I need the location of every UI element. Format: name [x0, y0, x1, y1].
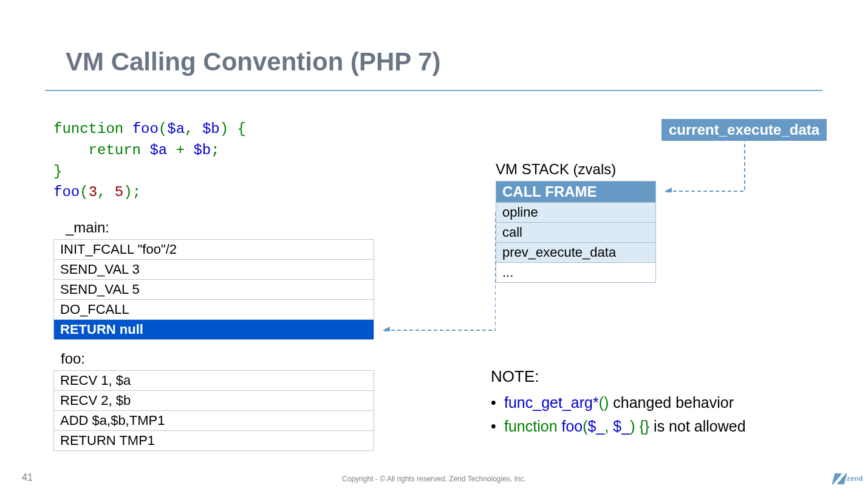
bullet-icon: • — [491, 415, 504, 438]
title-divider — [45, 90, 822, 91]
code-comma: , — [97, 184, 115, 200]
code-kw: function — [53, 121, 132, 137]
opcodes-foo-table: RECV 1, $a RECV 2, $b ADD $a,$b,TMP1 RET… — [53, 370, 374, 451]
note-code: foo — [562, 418, 583, 435]
vm-stack-label: VM STACK (zvals) — [496, 161, 616, 178]
opcode-row: RECV 1, $a — [54, 371, 374, 391]
note-code: $_ — [613, 418, 630, 435]
vm-stack-table: CALL FRAME opline call prev_execute_data… — [496, 181, 656, 283]
svg-marker-1 — [665, 188, 672, 192]
connector-arrow-right — [656, 138, 753, 192]
code-paren: ( — [80, 184, 88, 200]
php-code-block: function foo($a, $b) { return $a + $b; }… — [53, 119, 246, 203]
opcode-row-highlighted: RETURN null — [54, 320, 374, 339]
note-code: , — [604, 418, 613, 435]
footer-copyright: Copyright - © All rights reserved. Zend … — [0, 475, 868, 483]
code-func: foo — [53, 184, 80, 200]
note-code: function — [504, 418, 562, 435]
vm-stack-row: prev_execute_data — [496, 243, 655, 263]
code-var: $b — [202, 121, 220, 137]
code-kw: return — [53, 142, 149, 158]
vm-stack-row: ... — [496, 263, 655, 282]
opcode-row: RETURN TMP1 — [54, 431, 374, 450]
note-block: NOTE: • func_get_arg*() changed behavior… — [491, 364, 746, 438]
code-brace: ) { — [220, 121, 246, 137]
opcode-row: INIT_FCALL "foo"/2 — [54, 240, 374, 260]
opcode-row: DO_FCALL — [54, 300, 374, 320]
note-bullet-2: • function foo($_, $_) {} is not allowed — [491, 415, 746, 438]
code-num: 5 — [115, 184, 123, 200]
opcode-row: SEND_VAL 5 — [54, 280, 374, 300]
code-paren: ); — [123, 184, 141, 200]
code-paren: ( — [159, 121, 167, 137]
note-code: $_ — [588, 418, 605, 435]
connector-arrow-left — [374, 212, 496, 331]
slide-title: VM Calling Convention (PHP 7) — [66, 47, 441, 76]
main-label: _main: — [66, 219, 109, 236]
code-comma: , — [185, 121, 202, 137]
zend-logo-text: zend — [847, 475, 863, 482]
code-func: foo — [132, 121, 159, 137]
bullet-icon: • — [491, 391, 504, 415]
opcode-row: RECV 2, $b — [54, 391, 374, 411]
code-op: + — [167, 142, 193, 158]
note-text: is not allowed — [649, 418, 745, 435]
code-num: 3 — [89, 184, 97, 200]
opcodes-main-table: INIT_FCALL "foo"/2 SEND_VAL 3 SEND_VAL 5… — [53, 239, 374, 340]
code-var: $a — [149, 142, 167, 158]
code-var: $b — [193, 142, 211, 158]
vm-stack-header: CALL FRAME — [496, 181, 655, 203]
note-text: changed behavior — [609, 394, 734, 411]
opcode-row: ADD $a,$b,TMP1 — [54, 411, 374, 431]
current-execute-data-box: current_execute_data — [661, 119, 827, 141]
vm-stack-row: opline — [496, 203, 655, 223]
note-code: ) {} — [630, 418, 649, 435]
note-code: ( — [583, 418, 587, 435]
note-code: () — [599, 394, 609, 411]
code-var: $a — [167, 121, 185, 137]
note-bullet-1: • func_get_arg*() changed behavior — [491, 391, 746, 415]
code-semi: ; — [211, 142, 219, 158]
zend-logo: zend — [833, 473, 863, 484]
svg-marker-0 — [383, 327, 390, 331]
opcode-row: SEND_VAL 3 — [54, 260, 374, 280]
zend-logo-icon — [832, 473, 847, 484]
code-brace: } — [53, 163, 62, 180]
note-title: NOTE: — [491, 364, 746, 388]
note-code: func_get_arg* — [504, 394, 599, 411]
vm-stack-row: call — [496, 223, 655, 243]
foo-label: foo: — [61, 350, 85, 367]
